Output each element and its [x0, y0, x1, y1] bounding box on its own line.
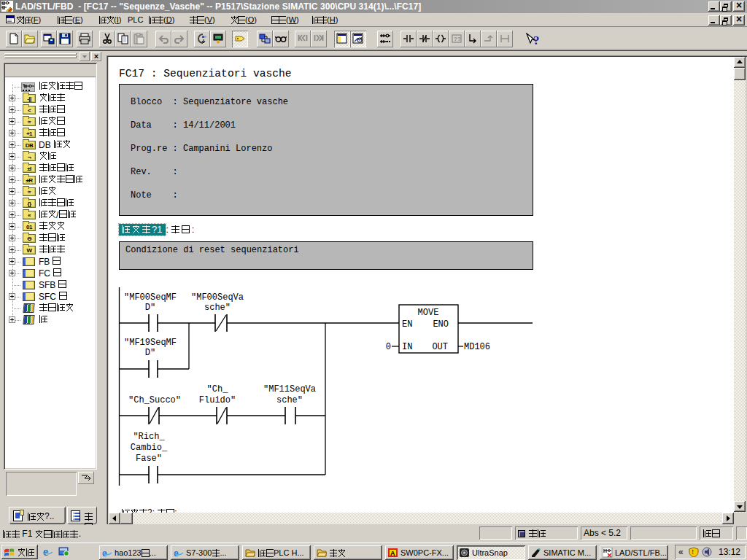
svg-text:″MF00SeqMF: ″MF00SeqMF	[124, 292, 177, 303]
svg-text:Fluido″: Fluido″	[199, 395, 236, 405]
svg-text:A: A	[390, 550, 395, 557]
svg-text:MOVE: MOVE	[418, 308, 439, 318]
svg-text:MD106: MD106	[464, 342, 490, 352]
svg-text:0: 0	[386, 342, 391, 352]
svg-text:″Ch_Succo″: ″Ch_Succo″	[128, 395, 181, 405]
svg-text:Cambio_: Cambio_	[131, 443, 168, 453]
svg-text:sche″: sche″	[204, 303, 231, 313]
svg-text:D″: D″	[145, 348, 155, 358]
svg-text:″Rich_: ″Rich_	[133, 432, 165, 442]
svg-text:″Ch_: ″Ch_	[207, 384, 229, 394]
svg-text:?: ?	[533, 34, 540, 47]
svg-text:EN: EN	[402, 319, 412, 330]
svg-text:e: e	[102, 548, 107, 558]
svg-text:e: e	[43, 546, 48, 557]
svg-text:D″: D″	[145, 303, 155, 313]
svg-text:″MF00SeqVa: ″MF00SeqVa	[191, 292, 244, 303]
svg-text:″MF11SeqVa: ″MF11SeqVa	[263, 384, 316, 394]
svg-text:!: !	[692, 548, 694, 556]
svg-text:??: ??	[454, 36, 461, 42]
svg-text:OUT: OUT	[432, 342, 448, 352]
svg-text:sche″: sche″	[276, 395, 303, 405]
svg-text:ENO: ENO	[433, 319, 449, 330]
svg-text:″MF19SeqMF: ″MF19SeqMF	[124, 338, 177, 348]
svg-text:e: e	[174, 548, 179, 558]
svg-text:IN: IN	[402, 342, 412, 352]
svg-text:Fase″: Fase″	[136, 454, 162, 464]
